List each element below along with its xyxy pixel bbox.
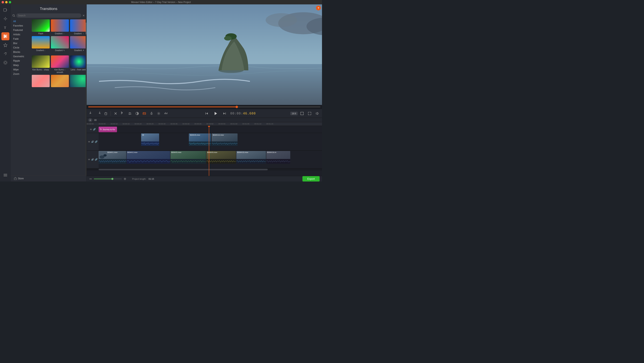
- progress-thumb[interactable]: [236, 106, 238, 108]
- category-item-wipe[interactable]: Wipe: [12, 68, 30, 72]
- sidebar-icon-settings[interactable]: [2, 171, 10, 179]
- clip-bdmv2-label: BDMV2.mov: [127, 151, 138, 153]
- category-item-warp[interactable]: Warp: [12, 63, 30, 67]
- transition-item-14[interactable]: [70, 75, 86, 88]
- title-clip[interactable]: Tr Journey to Ke: [98, 127, 117, 132]
- transition-item-9[interactable]: Ken Burns – smooth: [51, 55, 69, 74]
- settings-gear-button[interactable]: [156, 110, 162, 117]
- transition-item-0[interactable]: Flash: [32, 19, 50, 35]
- transition-item-10[interactable]: Lens – from center: [70, 55, 86, 74]
- search-input[interactable]: [16, 13, 81, 18]
- category-item-favorites[interactable]: Favorites: [12, 24, 30, 28]
- category-item-ripple[interactable]: Ripple: [12, 59, 30, 63]
- fullscreen-button[interactable]: [299, 110, 305, 117]
- track-controls-title: 👁 🔗: [87, 126, 98, 133]
- transition-item-4[interactable]: Gradient ↓: [32, 36, 50, 54]
- sidebar-icon-text[interactable]: T: [2, 23, 10, 31]
- color-button[interactable]: [134, 110, 140, 117]
- track-visibility-upper[interactable]: 👁: [88, 140, 90, 143]
- help-button[interactable]: ?: [316, 5, 321, 10]
- store-button[interactable]: Store: [11, 175, 86, 181]
- svg-rect-43: [165, 112, 166, 114]
- expand-button[interactable]: [306, 110, 313, 117]
- scale-track[interactable]: [94, 179, 122, 179]
- track-visibility-title[interactable]: 👁: [90, 128, 92, 131]
- transition-label-1: Gradient ←: [55, 32, 65, 35]
- clip-bdmv6[interactable]: BDMV6.mov: [189, 133, 211, 146]
- undo-button[interactable]: [88, 110, 94, 117]
- transition-item-5[interactable]: Gradient ↖: [51, 36, 69, 54]
- close-button[interactable]: [2, 1, 4, 3]
- redo-button[interactable]: [96, 110, 102, 117]
- delete-button[interactable]: [102, 110, 109, 117]
- search-clear-button[interactable]: ✕: [82, 14, 85, 17]
- cut-button[interactable]: [112, 110, 119, 117]
- skip-back-button[interactable]: [204, 110, 210, 117]
- sidebar-icon-motion[interactable]: [2, 50, 10, 58]
- sidebar-icon-audio[interactable]: [2, 59, 10, 67]
- crop-button[interactable]: [127, 110, 133, 117]
- track-lock-title[interactable]: 🔗: [93, 128, 96, 131]
- preview-area: ?: [87, 4, 322, 105]
- category-item-zoom[interactable]: Zoom: [12, 72, 30, 76]
- track-mute-upper[interactable]: 🔊: [91, 140, 94, 143]
- preview-scene: [87, 4, 322, 105]
- track-lock-upper[interactable]: 🔗: [95, 140, 98, 143]
- sidebar-icon-transitions[interactable]: [2, 32, 10, 40]
- transition-thumb-12: [32, 75, 50, 87]
- clip-bdmv2[interactable]: BDMV2.mov: [126, 151, 170, 164]
- transition-item-1[interactable]: Gradient ←: [51, 19, 69, 35]
- toolbar-right: 16:9: [290, 110, 320, 117]
- track-lock-main[interactable]: 🔗: [95, 158, 98, 161]
- category-item-artistic[interactable]: Artistic: [12, 32, 30, 36]
- aspect-ratio-button[interactable]: 16:9: [290, 112, 298, 115]
- transition-item-13[interactable]: [51, 75, 69, 88]
- export-button[interactable]: Export: [302, 176, 320, 181]
- search-icon: [12, 14, 15, 17]
- transitions-grid: Flash Gradient ← Gradient → Gradient ↑ G…: [32, 19, 85, 88]
- equalizer-button[interactable]: [163, 110, 169, 117]
- rotate-button[interactable]: [120, 110, 126, 117]
- sidebar-icon-filters[interactable]: [2, 41, 10, 49]
- volume-button[interactable]: [314, 110, 320, 117]
- track-mute-main[interactable]: 🔊: [91, 158, 94, 161]
- clip-bdmv5[interactable]: BDMV5.mov: [170, 151, 206, 164]
- clip-bdmv1[interactable]: BDMV1.mov: [98, 151, 126, 164]
- clip-bdmv15[interactable]: BDMV15.mov: [236, 151, 266, 164]
- scale-thumb[interactable]: [112, 178, 114, 180]
- voice-button[interactable]: [148, 110, 155, 117]
- category-item-featured[interactable]: Featured: [12, 28, 30, 32]
- minimize-button[interactable]: [5, 1, 8, 3]
- sidebar-icon-video[interactable]: [2, 6, 10, 14]
- play-button[interactable]: [212, 110, 219, 117]
- clip-bdmv16[interactable]: BDMV16.m: [266, 151, 290, 164]
- transition-item-8[interactable]: Ken Burns – sharp: [32, 55, 50, 74]
- svg-rect-49: [301, 112, 304, 115]
- ruler-time-13: 00:01:05: [242, 123, 249, 125]
- progress-track[interactable]: [88, 106, 320, 107]
- timeline-header: +: [87, 118, 322, 122]
- transition-item-6[interactable]: Gradient ↗: [70, 36, 86, 54]
- category-item-circle[interactable]: Circle: [12, 46, 30, 50]
- sidebar-icon-effects[interactable]: [2, 15, 10, 23]
- image-button[interactable]: [141, 110, 148, 117]
- category-item-geometric[interactable]: Geometric: [12, 54, 30, 58]
- category-item-all[interactable]: All: [12, 19, 30, 23]
- category-item-blocks[interactable]: Blocks: [12, 50, 30, 54]
- clip-bdmv12[interactable]: BDMV12.mov: [212, 133, 238, 146]
- clip-bl-label: Bl: [142, 134, 145, 136]
- add-track-button[interactable]: +: [88, 118, 92, 122]
- skip-forward-button[interactable]: [222, 110, 228, 117]
- category-item-blur[interactable]: Blur: [12, 41, 30, 45]
- maximize-button[interactable]: [9, 1, 11, 3]
- svg-rect-42: [164, 113, 165, 114]
- category-item-fade[interactable]: Fade: [12, 37, 30, 41]
- clip-bl[interactable]: Bl: [141, 133, 159, 146]
- track-visibility-main[interactable]: 👁: [88, 158, 90, 161]
- transition-item-12[interactable]: [32, 75, 50, 88]
- transition-item-2[interactable]: Gradient →: [70, 19, 86, 35]
- ruler-time-12: 00:01:00: [230, 123, 237, 125]
- clip-bdmv9[interactable]: BDMV9.mov: [206, 151, 236, 164]
- window-controls[interactable]: [2, 1, 11, 3]
- toolbar-separator-1: [110, 111, 111, 116]
